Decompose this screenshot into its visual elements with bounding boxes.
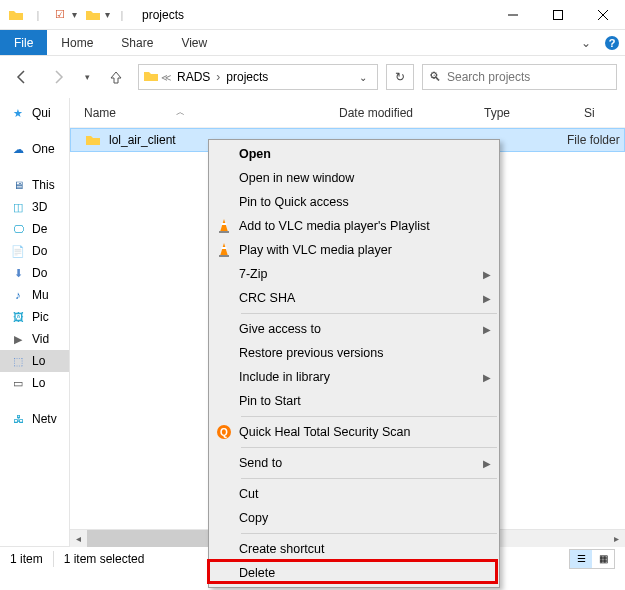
- context-item[interactable]: Pin to Quick access: [209, 190, 499, 214]
- maximize-button[interactable]: [535, 0, 580, 30]
- svg-marker-9: [220, 243, 228, 256]
- navigation-bar: ▾ ≪ RADS › projects ⌄ ↻ 🔍︎ Search projec…: [0, 56, 625, 98]
- context-item[interactable]: Pin to Start: [209, 389, 499, 413]
- column-headers: Name︿ Date modified Type Si: [70, 98, 625, 128]
- qat-dropdown-icon[interactable]: ▾: [72, 9, 77, 20]
- recent-dropdown-icon[interactable]: ▾: [80, 63, 94, 91]
- context-item[interactable]: Restore previous versions: [209, 341, 499, 365]
- context-item[interactable]: Open: [209, 142, 499, 166]
- context-label: Create shortcut: [239, 542, 475, 556]
- sidebar-item[interactable]: ▶Vid: [0, 328, 69, 350]
- breadcrumb-item[interactable]: projects: [222, 70, 272, 84]
- sort-asc-icon[interactable]: ︿: [176, 106, 185, 119]
- context-item[interactable]: Play with VLC media player: [209, 238, 499, 262]
- close-button[interactable]: [580, 0, 625, 30]
- context-item[interactable]: Add to VLC media player's Playlist: [209, 214, 499, 238]
- context-item[interactable]: Rename: [209, 585, 499, 588]
- minimize-button[interactable]: [490, 0, 535, 30]
- vlc-icon: [209, 242, 239, 258]
- context-item[interactable]: Open in new window: [209, 166, 499, 190]
- search-icon: 🔍︎: [429, 70, 441, 84]
- svg-rect-7: [222, 223, 227, 225]
- tab-home[interactable]: Home: [47, 30, 107, 55]
- star-icon: ★: [10, 105, 26, 121]
- sidebar-item[interactable]: ★Qui: [0, 102, 69, 124]
- sidebar-label: Do: [32, 244, 47, 258]
- sidebar-item[interactable]: 📄Do: [0, 240, 69, 262]
- scroll-right-icon[interactable]: ▸: [608, 530, 625, 547]
- back-button[interactable]: [8, 63, 36, 91]
- context-item[interactable]: Create shortcut: [209, 537, 499, 561]
- qat-dropdown-icon[interactable]: ▾: [105, 9, 110, 20]
- context-item[interactable]: QQuick Heal Total Security Scan: [209, 420, 499, 444]
- sidebar-label: Lo: [32, 376, 45, 390]
- refresh-button[interactable]: ↻: [386, 64, 414, 90]
- doc-icon: 📄: [10, 243, 26, 259]
- chevron-right-icon[interactable]: ›: [216, 70, 220, 84]
- qat-separator: |: [112, 5, 132, 25]
- sidebar-item[interactable]: ⬚Lo: [0, 350, 69, 372]
- sidebar-label: Vid: [32, 332, 49, 346]
- icons-view-button[interactable]: ▦: [592, 550, 614, 568]
- pc-icon: 🖥: [10, 177, 26, 193]
- title-bar: | ☑ ▾ ▾ | projects: [0, 0, 625, 30]
- up-button[interactable]: [102, 63, 130, 91]
- sidebar-item[interactable]: 🖥This: [0, 174, 69, 196]
- context-item[interactable]: 7-Zip▶: [209, 262, 499, 286]
- file-tab[interactable]: File: [0, 30, 47, 55]
- ribbon-expand-icon[interactable]: ⌄: [573, 30, 599, 56]
- search-input[interactable]: 🔍︎ Search projects: [422, 64, 617, 90]
- submenu-arrow-icon: ▶: [475, 458, 499, 469]
- details-view-button[interactable]: ☰: [570, 550, 592, 568]
- breadcrumb-separator[interactable]: ≪: [161, 72, 171, 83]
- sidebar-item[interactable]: ◫3D: [0, 196, 69, 218]
- sidebar-item[interactable]: ☁One: [0, 138, 69, 160]
- column-header-name[interactable]: Name: [84, 106, 116, 120]
- context-label: Cut: [239, 487, 475, 501]
- svg-rect-8: [219, 231, 229, 233]
- context-menu: OpenOpen in new windowPin to Quick acces…: [208, 139, 500, 588]
- sidebar-label: Do: [32, 266, 47, 280]
- tab-view[interactable]: View: [167, 30, 221, 55]
- submenu-arrow-icon: ▶: [475, 293, 499, 304]
- context-label: Pin to Quick access: [239, 195, 475, 209]
- context-item[interactable]: Copy: [209, 506, 499, 530]
- context-item[interactable]: Give access to▶: [209, 317, 499, 341]
- address-dropdown-icon[interactable]: ⌄: [353, 72, 373, 83]
- scroll-thumb[interactable]: [87, 530, 227, 547]
- folder-icon[interactable]: [6, 5, 26, 25]
- view-mode-buttons: ☰ ▦: [569, 549, 615, 569]
- submenu-arrow-icon: ▶: [475, 324, 499, 335]
- status-separator: [53, 551, 54, 567]
- sidebar-label: Netv: [32, 412, 57, 426]
- sidebar-item[interactable]: ▭Lo: [0, 372, 69, 394]
- sidebar-item[interactable]: 🖵De: [0, 218, 69, 240]
- help-button[interactable]: ?: [599, 30, 625, 55]
- column-header-size[interactable]: Si: [584, 106, 625, 120]
- submenu-arrow-icon: ▶: [475, 269, 499, 280]
- pic-icon: 🖼: [10, 309, 26, 325]
- sidebar-label: Mu: [32, 288, 49, 302]
- context-item[interactable]: CRC SHA▶: [209, 286, 499, 310]
- tab-share[interactable]: Share: [107, 30, 167, 55]
- sidebar-item[interactable]: ⬇Do: [0, 262, 69, 284]
- context-item[interactable]: Include in library▶: [209, 365, 499, 389]
- breadcrumb-item[interactable]: RADS: [173, 70, 214, 84]
- net-icon: 🖧: [10, 411, 26, 427]
- context-item[interactable]: Delete: [209, 561, 499, 585]
- address-bar[interactable]: ≪ RADS › projects ⌄: [138, 64, 378, 90]
- navigation-pane[interactable]: ★Qui☁One🖥This◫3D🖵De📄Do⬇Do♪Mu🖼Pic▶Vid⬚Lo▭…: [0, 98, 70, 546]
- scroll-left-icon[interactable]: ◂: [70, 530, 87, 547]
- disk2-icon: ▭: [10, 375, 26, 391]
- context-item[interactable]: Cut: [209, 482, 499, 506]
- sidebar-item[interactable]: ♪Mu: [0, 284, 69, 306]
- svg-rect-1: [553, 10, 562, 19]
- column-header-type[interactable]: Type: [484, 106, 584, 120]
- sidebar-item[interactable]: 🖧Netv: [0, 408, 69, 430]
- column-header-date[interactable]: Date modified: [339, 106, 484, 120]
- properties-icon[interactable]: ☑: [50, 5, 70, 25]
- forward-button[interactable]: [44, 63, 72, 91]
- folder-icon[interactable]: [83, 5, 103, 25]
- sidebar-item[interactable]: 🖼Pic: [0, 306, 69, 328]
- context-item[interactable]: Send to▶: [209, 451, 499, 475]
